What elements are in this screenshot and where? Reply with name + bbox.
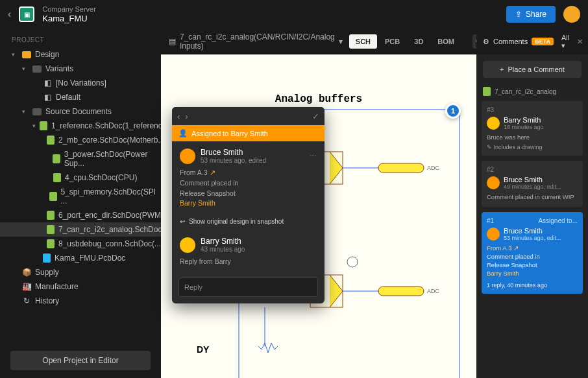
place-comment-button[interactable]: + Place a Comment xyxy=(483,61,582,78)
tree-item-label: 1_reference.SchDoc(1_reference) xyxy=(51,121,161,130)
avatar xyxy=(487,176,500,189)
comment-marker[interactable]: 1 xyxy=(445,103,461,119)
tree-item-label: Manufacture xyxy=(35,282,79,291)
open-project-button[interactable]: Open Project in Editor xyxy=(10,351,151,370)
tree-item[interactable]: ▾Source Documents xyxy=(0,104,161,119)
mention[interactable]: Barry Smith xyxy=(180,199,215,207)
comments-panel-header: ⚙ Comments BETA All ▾ ✕ xyxy=(476,29,588,54)
project-name: Kama_FMU xyxy=(42,14,498,24)
tree-item-label: 6_port_enc_dir.SchDoc(PWM... xyxy=(58,211,161,220)
comment-card[interactable]: #2Bruce Smith49 minutes ago, edit...Comm… xyxy=(482,161,583,206)
resolve-icon[interactable]: ✓ xyxy=(312,112,319,121)
tree-item[interactable]: 3_power.SchDoc(Power Sup... xyxy=(0,147,161,171)
tree-item[interactable]: 📦Supply xyxy=(0,265,161,279)
tree-item[interactable]: ◧Default xyxy=(0,90,161,104)
filter-dropdown[interactable]: All ▾ xyxy=(561,34,569,50)
comment-author: Barry Smith xyxy=(201,237,245,246)
comment-item: Bruce Smith 53 minutes ago, edited ⋯ Fro… xyxy=(172,141,325,215)
tree-item[interactable]: 🏭Manufacture xyxy=(0,279,161,294)
schematic-doc-icon xyxy=(47,136,55,145)
tree-item[interactable]: ▾Variants xyxy=(0,62,161,76)
assigned-banner: 👤 Assigned to Barry Smith xyxy=(172,125,325,141)
chevron-icon[interactable]: ▾ xyxy=(32,123,36,129)
tree-item-label: Design xyxy=(35,50,59,59)
schematic-doc-icon xyxy=(53,173,61,182)
breadcrumb[interactable]: ▤ 7_can_rc_i2c_analog(CAN/RCIN/I2C/Analo… xyxy=(169,32,343,51)
avatar xyxy=(487,228,500,241)
svg-rect-5 xyxy=(378,163,424,172)
tree-item-label: 8_usbdebug_conn.SchDoc(... xyxy=(58,239,161,248)
view-tab-pcb[interactable]: PCB xyxy=(378,34,406,49)
tree-item-label: Default xyxy=(56,93,80,102)
external-link-icon[interactable]: ↗ xyxy=(210,169,215,176)
tree-item[interactable]: 6_port_enc_dir.SchDoc(PWM... xyxy=(0,208,161,222)
tree-item[interactable]: 5_spi_memory.SchDoc(SPI ... xyxy=(0,185,161,208)
share-button[interactable]: ⇪ Share xyxy=(506,6,556,23)
tree-item-label: Supply xyxy=(35,268,59,277)
gear-icon[interactable]: ⚙ xyxy=(483,38,489,46)
svg-text:DY: DY xyxy=(197,344,210,355)
tree-item-label: 2_mb_core.SchDoc(Motherb... xyxy=(58,136,161,145)
svg-text:ADC: ADC xyxy=(427,165,440,171)
svg-rect-12 xyxy=(378,287,424,296)
avatar xyxy=(487,117,500,130)
server-name: Company Server xyxy=(42,5,498,14)
pcb-doc-icon xyxy=(43,254,51,263)
more-icon[interactable]: ⋯ xyxy=(310,152,317,160)
tree-item[interactable]: 8_usbdebug_conn.SchDoc(... xyxy=(0,237,161,251)
tree-item[interactable]: 2_mb_core.SchDoc(Motherb... xyxy=(0,133,161,147)
schematic-title: Analog buffers xyxy=(275,93,362,105)
schematic-doc-icon xyxy=(40,121,47,130)
back-arrow-icon[interactable]: ‹ xyxy=(8,8,11,20)
reply-input[interactable]: Reply xyxy=(178,278,318,297)
chevron-down-icon[interactable]: ▾ xyxy=(339,37,343,46)
tree-item[interactable]: ▾1_reference.SchDoc(1_reference) xyxy=(0,119,161,133)
schematic-doc-icon xyxy=(49,192,57,201)
user-avatar[interactable] xyxy=(563,6,580,23)
comment-card[interactable]: #1Assigned to...Bruce Smith53 minutes ag… xyxy=(482,212,583,294)
chevron-icon[interactable]: ▾ xyxy=(22,65,29,72)
chevron-icon[interactable]: ▾ xyxy=(22,108,29,115)
tree-item[interactable]: ↻History xyxy=(0,294,161,308)
plus-icon: + xyxy=(500,65,504,73)
view-tab-sch[interactable]: SCH xyxy=(349,34,377,49)
document-toolbar: ▤ 7_can_rc_i2c_analog(CAN/RCIN/I2C/Analo… xyxy=(161,29,476,54)
supply-icon: 📦 xyxy=(22,268,31,277)
tree-item-label: Kama_FMU.PcbDoc xyxy=(55,254,125,263)
avatar xyxy=(180,237,195,253)
tree-item-label: 7_can_rc_i2c_analog.SchDoc... xyxy=(58,225,161,234)
schematic-doc-icon xyxy=(47,239,55,248)
tree-item[interactable]: Kama_FMU.PcbDoc xyxy=(0,251,161,265)
comment-item: Barry Smith 43 minutes ago Reply from Ba… xyxy=(172,230,325,274)
comment-timestamp: 43 minutes ago xyxy=(201,246,245,253)
folder-icon xyxy=(32,108,42,115)
schematic-doc-icon xyxy=(53,154,60,163)
document-icon: ▤ xyxy=(169,37,176,46)
view-tab-3d[interactable]: 3D xyxy=(408,34,430,49)
chevron-icon[interactable]: ▾ xyxy=(12,51,18,58)
comment-thread-popup: ‹ › ✓ 👤 Assigned to Barry Smith Bruce Sm… xyxy=(172,107,325,303)
tree-item[interactable]: ▾Design xyxy=(0,47,161,62)
next-comment-icon[interactable]: › xyxy=(185,112,188,121)
show-original-link[interactable]: ↩Show original design in snapshot xyxy=(172,215,325,230)
tree-item[interactable]: ◧[No Variations] xyxy=(0,76,161,90)
variant-icon: ◧ xyxy=(43,93,52,102)
share-icon: ⇪ xyxy=(515,10,522,19)
comment-card[interactable]: #3Barry Smith18 minutes agoBruce was her… xyxy=(482,101,583,156)
tree-item[interactable]: 4_cpu.SchDoc(CPU) xyxy=(0,171,161,185)
manufacture-icon: 🏭 xyxy=(22,282,31,291)
tree-item[interactable]: 7_can_rc_i2c_analog.SchDoc... xyxy=(0,222,161,237)
document-icon xyxy=(483,87,491,96)
comment-timestamp: 53 minutes ago, edited xyxy=(201,157,266,164)
comments-toggle-icon[interactable]: 💬 xyxy=(472,34,476,49)
panel-title: Comments xyxy=(493,38,528,45)
prev-comment-icon[interactable]: ‹ xyxy=(177,112,180,121)
user-icon: 👤 xyxy=(178,129,188,137)
view-tabs: SCHPCB3DBOM xyxy=(349,34,461,49)
close-icon[interactable]: ✕ xyxy=(577,38,583,46)
view-tab-bom[interactable]: BOM xyxy=(431,34,461,49)
comments-panel: ⚙ Comments BETA All ▾ ✕ + Place a Commen… xyxy=(476,29,588,378)
variant-icon: ◧ xyxy=(43,78,52,88)
project-logo-icon: ▣ xyxy=(19,6,34,22)
project-tree: ▾Design▾Variants◧[No Variations]◧Default… xyxy=(0,47,161,346)
